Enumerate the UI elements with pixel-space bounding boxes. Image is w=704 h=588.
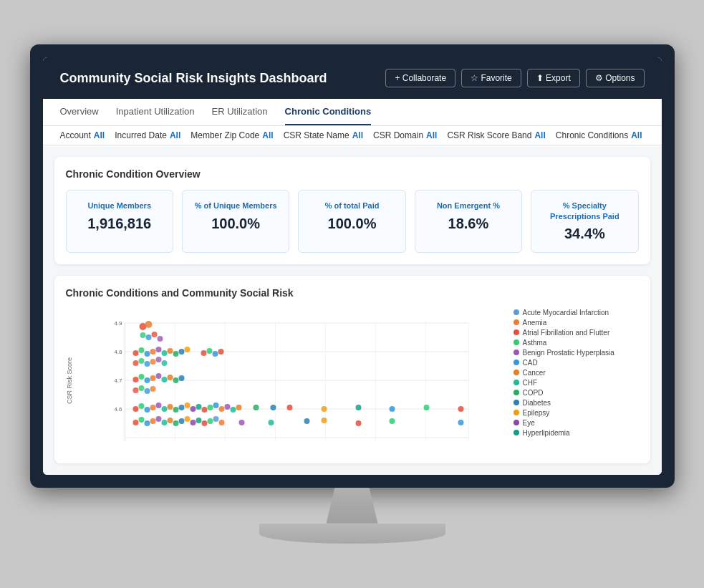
kpi-non-emergent: Non Emergent % 18.6%	[415, 190, 522, 253]
svg-point-77	[286, 405, 292, 410]
legend-eye: Eye	[513, 419, 639, 427]
svg-point-70	[213, 403, 218, 408]
legend-dot-ami	[513, 309, 519, 315]
kpi-cards: Unique Members 1,916,816 % of Unique Mem…	[66, 190, 639, 253]
legend-copd: COPD	[513, 389, 639, 397]
svg-point-104	[389, 418, 395, 424]
kpi-unique-members-value: 1,916,816	[75, 216, 164, 232]
filter-account-value[interactable]: All	[94, 130, 105, 140]
filter-chronic-label: Chronic Conditions	[556, 130, 628, 140]
legend-label-ami: Acute Myocardial Infarction	[523, 309, 609, 317]
legend-hyperlipidemia: Hyperlipidemia	[513, 429, 639, 437]
filter-zip: Member Zip Code All	[191, 130, 273, 140]
collaborate-button[interactable]: + Collaborate	[385, 69, 455, 87]
filter-state-label: CSR State Name	[284, 130, 349, 140]
y-axis-label: CSR Risk Score	[66, 309, 73, 452]
svg-point-74	[236, 405, 241, 410]
svg-point-76	[270, 405, 276, 410]
svg-point-98	[218, 420, 224, 425]
svg-point-101	[304, 418, 309, 424]
tab-inpatient[interactable]: Inpatient Utilization	[116, 99, 195, 125]
svg-point-64	[178, 405, 184, 410]
legend-cancer: Cancer	[513, 369, 639, 377]
legend-label-chf: CHF	[523, 379, 538, 387]
svg-point-47	[155, 373, 161, 379]
kpi-section: Chronic Condition Overview Unique Member…	[54, 157, 650, 264]
svg-point-45	[144, 377, 150, 383]
favorite-button[interactable]: ☆ Favorite	[461, 69, 521, 87]
legend-bph: Benign Prostatic Hyperplasia	[513, 349, 639, 357]
svg-point-75	[253, 405, 259, 410]
tab-nav: Overview Inpatient Utilization ER Utiliz…	[43, 99, 662, 126]
svg-text:4.9: 4.9	[114, 320, 122, 327]
svg-point-85	[144, 420, 150, 426]
svg-point-25	[144, 351, 150, 357]
legend-label-copd: COPD	[523, 389, 544, 397]
legend-dot-asthma	[513, 339, 519, 345]
kpi-non-emergent-label: Non Emergent %	[424, 201, 513, 211]
svg-point-49	[167, 375, 173, 380]
svg-point-37	[132, 360, 138, 366]
svg-point-60	[155, 403, 161, 408]
monitor-stand-base	[259, 524, 445, 544]
svg-point-105	[458, 420, 463, 425]
svg-point-42	[161, 360, 167, 366]
svg-point-40	[150, 359, 155, 365]
svg-point-39	[144, 361, 150, 367]
svg-point-18	[145, 321, 152, 328]
filter-zip-label: Member Zip Code	[191, 130, 259, 140]
svg-point-46	[150, 375, 155, 381]
filter-state-value[interactable]: All	[352, 130, 363, 140]
legend-label-hyperlipidemia: Hyperlipidemia	[523, 429, 570, 437]
chart-section-title: Chronic Conditions and Community Social …	[66, 287, 639, 299]
svg-point-55	[150, 386, 155, 392]
filter-domain-value[interactable]: All	[426, 130, 437, 140]
kpi-pct-unique-label: % of Unique Members	[191, 201, 280, 211]
legend-label-diabetes: Diabetes	[523, 399, 551, 407]
svg-point-57	[138, 403, 144, 409]
svg-text:4.7: 4.7	[114, 377, 122, 384]
svg-point-61	[161, 406, 167, 412]
legend-cad: CAD	[513, 359, 639, 367]
filter-score-value[interactable]: All	[534, 130, 545, 140]
legend-dot-bph	[513, 350, 519, 355]
filter-incurred-value[interactable]: All	[170, 130, 180, 140]
filter-chronic-value[interactable]: All	[631, 130, 642, 140]
svg-point-89	[167, 418, 173, 423]
legend-dot-chf	[513, 380, 519, 385]
legend-ami: Acute Myocardial Infarction	[513, 309, 639, 317]
svg-point-66	[190, 406, 196, 412]
chart-container: CSR Risk Score	[66, 309, 639, 452]
export-button[interactable]: ⬆ Export	[527, 69, 580, 87]
filter-incurred-date: Incurred Date All	[115, 130, 180, 140]
svg-point-50	[173, 377, 178, 383]
svg-point-63	[173, 407, 178, 413]
filter-zip-value[interactable]: All	[262, 130, 273, 140]
tab-overview[interactable]: Overview	[60, 99, 99, 125]
chart-with-axis: CSR Risk Score	[66, 309, 505, 452]
svg-point-80	[389, 406, 395, 412]
tab-chronic[interactable]: Chronic Conditions	[285, 99, 372, 125]
svg-point-53	[138, 385, 144, 391]
svg-point-51	[178, 375, 184, 381]
kpi-specialty-rx-value: 34.4%	[540, 226, 629, 242]
legend-dot-diabetes	[513, 400, 519, 405]
svg-point-79	[355, 405, 361, 410]
legend-dot-eye	[513, 420, 519, 425]
legend-epilepsy: Epilepsy	[513, 409, 639, 417]
tab-er[interactable]: ER Utilization	[212, 99, 268, 125]
legend-dot-anemia	[513, 319, 519, 325]
svg-point-93	[190, 420, 196, 425]
svg-point-72	[224, 404, 230, 410]
svg-point-94	[196, 418, 201, 423]
legend-label-asthma: Asthma	[523, 339, 547, 347]
kpi-pct-unique: % of Unique Members 100.0%	[182, 190, 289, 253]
options-button[interactable]: ⚙ Options	[586, 69, 645, 87]
filter-account-label: Account	[60, 130, 91, 140]
svg-point-62	[167, 404, 173, 410]
filter-score-label: CSR Risk Score Band	[447, 130, 531, 140]
svg-point-59	[150, 405, 155, 410]
kpi-pct-unique-value: 100.0%	[191, 216, 280, 232]
main-content: Chronic Condition Overview Unique Member…	[43, 145, 662, 475]
svg-point-32	[184, 347, 190, 352]
